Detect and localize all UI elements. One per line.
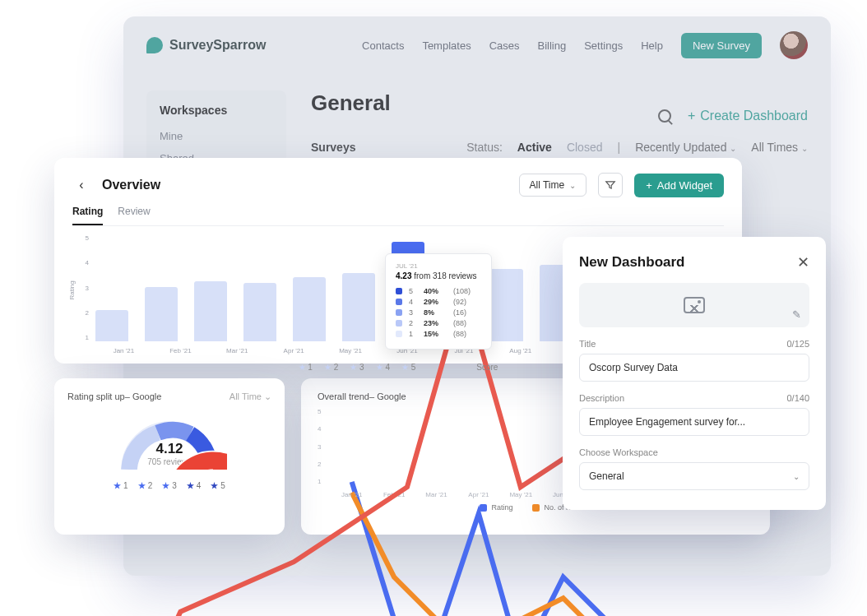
new-dashboard-modal: New Dashboard ✕ ✎ Title0/125 Description… xyxy=(563,237,826,510)
close-button[interactable]: ✕ xyxy=(797,253,809,271)
brand-logo[interactable]: SurveySparrow xyxy=(146,37,266,53)
sparrow-icon xyxy=(146,37,163,53)
tab-review[interactable]: Review xyxy=(118,206,150,225)
nav-contacts[interactable]: Contacts xyxy=(362,39,404,52)
star-icon: ★ xyxy=(299,363,306,372)
nav-templates[interactable]: Templates xyxy=(422,39,471,52)
top-nav: Contacts Templates Cases Billing Setting… xyxy=(362,31,808,59)
chevron-down-icon: ⌄ xyxy=(793,472,800,481)
nav-settings[interactable]: Settings xyxy=(584,39,623,52)
search-icon[interactable] xyxy=(658,109,671,123)
image-icon xyxy=(684,297,705,313)
description-label: Description xyxy=(579,393,624,403)
bar[interactable] xyxy=(243,283,276,341)
tab-rating[interactable]: Rating xyxy=(72,206,103,225)
edit-icon[interactable]: ✎ xyxy=(792,308,801,321)
bar[interactable] xyxy=(194,281,227,341)
gauge-score: 4.12 xyxy=(112,441,227,457)
sort-dropdown[interactable]: Recently Updated ⌄ xyxy=(635,141,736,154)
description-input[interactable] xyxy=(579,408,809,436)
star-icon: ★ xyxy=(376,363,383,372)
nav-cases[interactable]: Cases xyxy=(489,39,520,52)
rating-split-card: Rating split up– Google All Time ⌄ 4.12 … xyxy=(54,378,285,535)
bar[interactable] xyxy=(293,277,326,341)
sidebar-title: Workspaces xyxy=(160,104,273,117)
bar[interactable] xyxy=(490,269,523,341)
nav-help[interactable]: Help xyxy=(641,39,663,52)
status-active[interactable]: Active xyxy=(517,141,552,154)
title-counter: 0/125 xyxy=(786,339,809,349)
star-icon: ★ xyxy=(324,363,332,372)
plus-icon: + xyxy=(646,179,652,192)
image-upload-area[interactable]: ✎ xyxy=(579,283,809,327)
chart-tooltip: JUL '21 4.23 from 318 reviews 540%(108)4… xyxy=(385,253,492,350)
add-widget-button[interactable]: +Add Widget xyxy=(634,174,724,197)
bar[interactable] xyxy=(95,310,128,341)
google-icon xyxy=(155,441,227,470)
filter-button[interactable] xyxy=(598,173,623,197)
star-icon: ★ xyxy=(350,363,357,372)
brand-name: SurveySparrow xyxy=(169,38,266,53)
page-title: General xyxy=(311,90,391,116)
workspace-select[interactable]: General⌄ xyxy=(579,462,809,490)
nav-billing[interactable]: Billing xyxy=(538,39,567,52)
create-dashboard-link[interactable]: + Create Dashboard xyxy=(688,109,808,123)
split-star-legend: ★1 ★2 ★3 ★4 ★5 xyxy=(114,481,225,490)
workspace-label: Choose Workspace xyxy=(579,447,658,457)
user-avatar[interactable] xyxy=(780,31,808,59)
scorebar-label: Score xyxy=(476,363,498,372)
tooltip-summary: 4.23 from 318 reviews xyxy=(396,271,481,280)
plus-icon: + xyxy=(688,109,695,123)
overview-tabs: Rating Review xyxy=(72,206,724,226)
title-label: Title xyxy=(579,339,596,349)
chevron-down-icon: ⌄ xyxy=(569,181,576,190)
range-dropdown[interactable]: All Times ⌄ xyxy=(751,141,808,154)
app-header: SurveySparrow Contacts Templates Cases B… xyxy=(123,16,831,74)
funnel-icon xyxy=(605,179,616,191)
tooltip-date: JUL '21 xyxy=(396,262,481,270)
status-label: Status: xyxy=(466,141,503,154)
chevron-down-icon: ⌄ xyxy=(730,144,736,153)
modal-title: New Dashboard xyxy=(579,254,684,271)
status-closed[interactable]: Closed xyxy=(567,141,603,154)
title-input[interactable] xyxy=(579,354,809,382)
section-label: Surveys xyxy=(311,141,355,154)
star-legend: ★ 1 ★ 2 ★ 3 ★ 4 ★ 5 Score xyxy=(299,363,498,372)
back-button[interactable]: ‹ xyxy=(72,176,90,194)
bar[interactable] xyxy=(145,287,178,341)
sidebar-item-mine[interactable]: Mine xyxy=(160,130,273,142)
description-counter: 0/140 xyxy=(786,393,809,403)
chevron-down-icon: ⌄ xyxy=(801,144,808,153)
bar[interactable] xyxy=(342,273,375,341)
split-title: Rating split up– Google xyxy=(67,391,161,402)
split-range-dropdown[interactable]: All Time ⌄ xyxy=(230,391,271,402)
new-survey-button[interactable]: New Survey xyxy=(681,33,762,58)
rating-gauge: 4.12 705 reviews xyxy=(112,412,227,470)
star-icon: ★ xyxy=(401,363,409,372)
overview-title: Overview xyxy=(102,178,160,192)
time-range-dropdown[interactable]: All Time⌄ xyxy=(519,174,587,197)
